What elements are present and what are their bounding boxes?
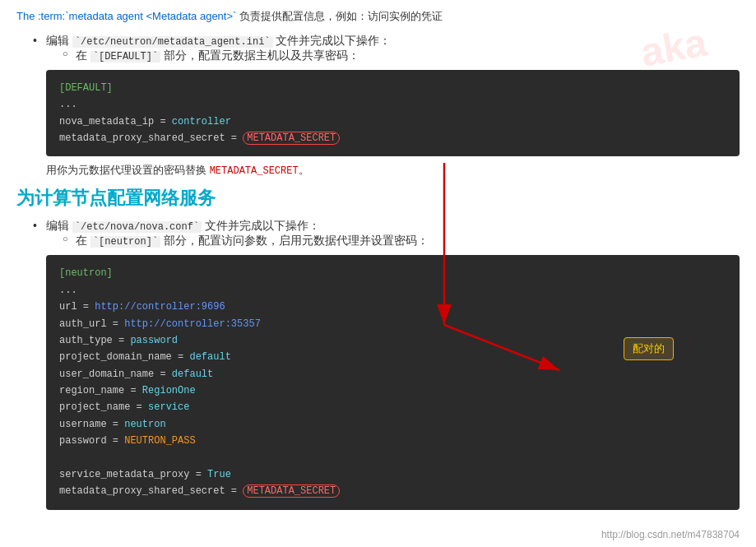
code-value-secret-1: METADATA_SECRET — [243, 132, 340, 145]
term-link[interactable]: The :term:`metadata agent <Metadata agen… — [16, 10, 236, 22]
intro-text: The :term:`metadata agent <Metadata agen… — [16, 8, 740, 25]
intro-description: 负责提供配置信息，例如：访问实例的凭证 — [239, 10, 443, 22]
annotation-container: 配对的 — [624, 337, 674, 360]
cb2-line-1: [neutron] — [59, 265, 726, 281]
cb2-line-2: ... — [59, 282, 726, 299]
metadata-secret-ref: METADATA_SECRET — [210, 165, 299, 177]
cb2-line-3: url = http://controller:9696 — [59, 299, 726, 315]
code-value-secret-2: METADATA_SECRET — [243, 484, 340, 498]
cb2-line-blank — [59, 450, 726, 466]
section2-bullets: 编辑 `/etc/nova/nova.conf` 文件并完成以下操作： 在 `[… — [33, 219, 740, 248]
annotation-box: 配对的 — [624, 337, 674, 360]
cb2-username: neutron — [124, 419, 165, 430]
code-block-2: [neutron] ... url = http://controller:96… — [46, 255, 740, 509]
cb2-region: RegionOne — [142, 385, 196, 396]
section1-bullet: 编辑 `/etc/neutron/metadata_agent.ini` 文件并… — [33, 34, 740, 63]
cb2-line-7: user_domain_name = default — [59, 366, 726, 382]
code-value-controller: controller — [172, 116, 231, 127]
bottom-url: http://blog.csdn.net/m47838704 — [601, 529, 740, 540]
code-block-1: [DEFAULT] ... nova_metadata_ip = control… — [46, 70, 740, 157]
page-container: aka The :term:`metadata agent <Metadata … — [0, 0, 756, 547]
code-line-3: nova_metadata_ip = controller — [59, 114, 726, 130]
code-line-1: [DEFAULT] — [59, 80, 726, 96]
cb2-line-8: region_name = RegionOne — [59, 382, 726, 399]
cb2-password: NEUTRON_PASS — [124, 435, 195, 447]
cb2-line-10: username = neutron — [59, 416, 726, 433]
config-section-2: `[neutron]` — [90, 236, 160, 248]
cb2-line-12: service_metadata_proxy = True — [59, 466, 726, 483]
cb2-line-4: auth_url = http://controller:35357 — [59, 316, 726, 332]
code-line-4: metadata_proxy_shared_secret = METADATA_… — [59, 130, 726, 146]
section-heading: 为计算节点配置网络服务 — [16, 186, 740, 211]
cb2-line-9: project_name = service — [59, 399, 726, 415]
config-section-1: `[DEFAULT]` — [90, 51, 160, 63]
cb2-smp: True — [207, 469, 231, 480]
note-1: 用你为元数据代理设置的密码替换 METADATA_SECRET。 — [46, 163, 740, 178]
code-block-2-wrapper: [neutron] ... url = http://controller:96… — [16, 255, 740, 509]
section1-subbullet: 在 `[DEFAULT]` 部分，配置元数据主机以及共享密码： — [63, 49, 740, 63]
cb2-line-11: password = NEUTRON_PASS — [59, 433, 726, 449]
file-path-1: `/etc/neutron/metadata_agent.ini` — [72, 36, 273, 48]
cb2-proj-domain: default — [189, 351, 230, 363]
cb2-auth-type: password — [130, 335, 178, 346]
cb2-proj-name: service — [148, 401, 189, 413]
section2-subbullet: 在 `[neutron]` 部分，配置访问参数，启用元数据代理并设置密码： — [63, 234, 740, 248]
cb2-line-13: metadata_proxy_shared_secret = METADATA_… — [59, 483, 726, 499]
cb2-auth-url: http://controller:35357 — [124, 318, 261, 330]
section1-bullets: 编辑 `/etc/neutron/metadata_agent.ini` 文件并… — [33, 34, 740, 63]
code-block-1-wrapper: [DEFAULT] ... nova_metadata_ip = control… — [16, 70, 740, 157]
file-path-2: `/etc/nova/nova.conf` — [72, 221, 202, 233]
cb2-url: http://controller:9696 — [95, 301, 225, 313]
cb2-user-domain: default — [172, 369, 213, 380]
section2-bullet: 编辑 `/etc/nova/nova.conf` 文件并完成以下操作： 在 `[… — [33, 219, 740, 248]
code-line-2: ... — [59, 96, 726, 113]
